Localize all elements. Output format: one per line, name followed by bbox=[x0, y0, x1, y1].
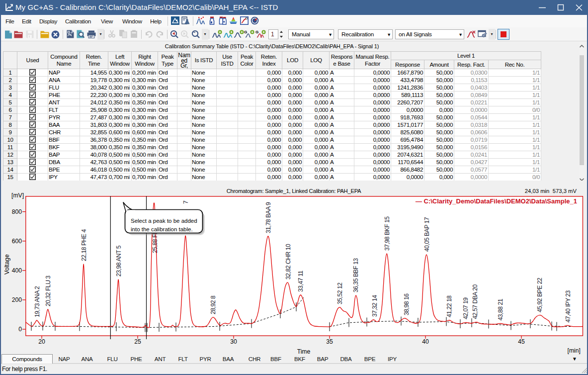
svg-text:22,18 PHE 4: 22,18 PHE 4 bbox=[81, 229, 87, 261]
svg-text:600: 600 bbox=[12, 238, 22, 245]
svg-text:35,52 12: 35,52 12 bbox=[336, 282, 343, 304]
svg-text:Voltage: Voltage bbox=[3, 254, 10, 275]
svg-text:31,78 BAA 9: 31,78 BAA 9 bbox=[265, 202, 272, 233]
svg-text:38,98 16: 38,98 16 bbox=[403, 293, 410, 315]
svg-text:37,32 14: 37,32 14 bbox=[371, 295, 378, 317]
svg-text:Time: Time bbox=[297, 348, 311, 354]
svg-text:800: 800 bbox=[12, 208, 22, 215]
svg-text:into the calibration table.: into the calibration table. bbox=[131, 226, 193, 232]
svg-text:19,73 ANA 2: 19,73 ANA 2 bbox=[34, 286, 41, 317]
svg-text:0: 0 bbox=[18, 326, 22, 333]
svg-text:20: 20 bbox=[38, 338, 45, 345]
svg-text:43,88 21: 43,88 21 bbox=[497, 298, 504, 320]
svg-text:— C:\Clarity_Demo\DataFiles\DE: — C:\Clarity_Demo\DataFiles\DEMO2\Data\S… bbox=[416, 197, 577, 205]
svg-text:23,98 ANT 5: 23,98 ANT 5 bbox=[115, 245, 122, 277]
svg-text:200: 200 bbox=[12, 296, 22, 303]
svg-text:G: G bbox=[255, 30, 258, 34]
svg-text:33,47 11: 33,47 11 bbox=[297, 271, 304, 292]
svg-text:36,35 BBF 13: 36,35 BBF 13 bbox=[352, 258, 359, 292]
svg-text:24,03 min 573,3 mV: 24,03 min 573,3 mV bbox=[525, 188, 577, 194]
svg-text:41,22 18: 41,22 18 bbox=[446, 295, 453, 317]
svg-text:Chromatogram: Sample_1, Linked: Chromatogram: Sample_1, Linked Calibrati… bbox=[227, 188, 361, 194]
svg-text:20,32 FLU 3: 20,32 FLU 3 bbox=[45, 276, 52, 306]
svg-text:47,40 IPY 23: 47,40 IPY 23 bbox=[565, 290, 572, 323]
svg-text:40: 40 bbox=[422, 338, 429, 345]
svg-text:30: 30 bbox=[230, 338, 237, 345]
svg-text:Select a peak to be added: Select a peak to be added bbox=[131, 218, 197, 224]
svg-text:28,92 8: 28,92 8 bbox=[210, 295, 217, 314]
svg-text:35: 35 bbox=[326, 338, 333, 345]
svg-text:42,07 19: 42,07 19 bbox=[462, 297, 469, 319]
svg-text:[min]: [min] bbox=[568, 347, 581, 354]
svg-text:32,82 CHR 10: 32,82 CHR 10 bbox=[285, 244, 292, 280]
svg-text:45: 45 bbox=[518, 338, 525, 345]
svg-text:25: 25 bbox=[134, 338, 141, 345]
svg-text:400: 400 bbox=[12, 267, 22, 274]
svg-text:45,92 BPE 22: 45,92 BPE 22 bbox=[536, 278, 543, 312]
svg-text:37,98 BKF 15: 37,98 BKF 15 bbox=[384, 216, 391, 251]
svg-text:7: 7 bbox=[182, 200, 189, 204]
svg-text:40,05 BAP 17: 40,05 BAP 17 bbox=[423, 217, 430, 252]
svg-text:G: G bbox=[244, 30, 247, 34]
svg-text:42,57 DBA 20: 42,57 DBA 20 bbox=[472, 284, 479, 319]
svg-text:[mV]: [mV] bbox=[11, 192, 24, 199]
